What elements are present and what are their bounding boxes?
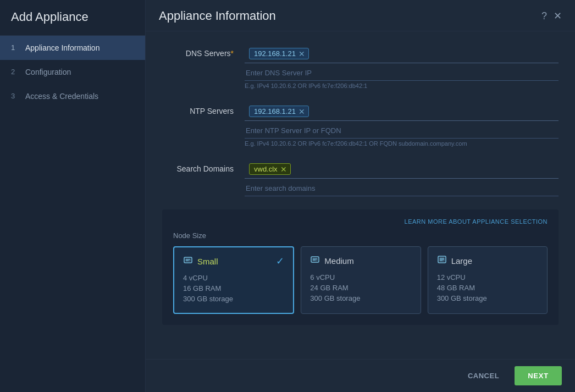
medium-ram: 24 GB RAM bbox=[310, 284, 411, 292]
search-domain-tag: vwd.clx ✕ bbox=[249, 163, 291, 175]
step-2-number: 2 bbox=[11, 68, 20, 76]
ntp-servers-label: NTP Servers bbox=[162, 102, 234, 115]
dns-input[interactable] bbox=[245, 65, 559, 81]
small-check-icon: ✓ bbox=[276, 255, 284, 267]
node-card-large-header: Large bbox=[437, 255, 538, 267]
search-domains-label: Search Domains bbox=[162, 160, 234, 173]
step-3-label: Access & Credentials bbox=[25, 92, 98, 101]
medium-vcpu: 6 vCPU bbox=[310, 273, 411, 281]
dns-tag-value: 192.168.1.21 bbox=[254, 49, 296, 58]
page-title: Appliance Information bbox=[159, 9, 276, 23]
ntp-tag: 192.168.1.21 ✕ bbox=[249, 106, 309, 117]
large-storage: 300 GB storage bbox=[437, 294, 538, 302]
main-header: Appliance Information ? ✕ bbox=[146, 0, 575, 31]
node-card-medium-header: Medium bbox=[310, 255, 411, 267]
medium-node-icon bbox=[310, 255, 320, 267]
search-domain-tag-value: vwd.clx bbox=[254, 165, 278, 173]
large-vcpu: 12 vCPU bbox=[437, 273, 538, 281]
next-button[interactable]: NEXT bbox=[515, 366, 562, 385]
large-node-icon bbox=[437, 255, 447, 267]
node-card-large[interactable]: Large 12 vCPU 48 GB RAM 300 GB storage bbox=[428, 246, 548, 314]
small-ram: 16 GB RAM bbox=[183, 284, 284, 292]
step-1-label: Appliance Information bbox=[25, 43, 99, 52]
step-3-number: 3 bbox=[11, 92, 20, 100]
dns-servers-row: DNS Servers* 192.168.1.21 ✕ E.g. IPv4 10… bbox=[162, 45, 559, 89]
sidebar-item-appliance-information[interactable]: 1 Appliance Information bbox=[0, 36, 145, 60]
header-icons: ? ✕ bbox=[541, 10, 562, 22]
step-1-number: 1 bbox=[11, 43, 20, 52]
help-button[interactable]: ? bbox=[541, 10, 547, 22]
search-domains-field: vwd.clx ✕ bbox=[245, 160, 559, 196]
dns-hint: E.g. IPv4 10.20.6.2 OR IPv6 fc7e:f206:db… bbox=[245, 82, 559, 89]
main-body: DNS Servers* 192.168.1.21 ✕ E.g. IPv4 10… bbox=[146, 31, 575, 359]
ntp-tag-value: 192.168.1.21 bbox=[254, 107, 296, 115]
help-icon: ? bbox=[541, 10, 547, 22]
search-domains-row: Search Domains vwd.clx ✕ bbox=[162, 160, 559, 196]
search-domains-input[interactable] bbox=[245, 181, 559, 196]
svg-rect-1 bbox=[185, 258, 191, 262]
sidebar-item-configuration[interactable]: 2 Configuration bbox=[0, 60, 145, 84]
medium-storage: 300 GB storage bbox=[310, 294, 411, 302]
node-cards: Small ✓ 4 vCPU 16 GB RAM 300 GB storage bbox=[173, 246, 548, 314]
add-appliance-dialog: Add Appliance 1 Appliance Information 2 … bbox=[0, 0, 575, 392]
main-panel: Appliance Information ? ✕ DNS Servers* bbox=[146, 0, 575, 392]
medium-card-name: Medium bbox=[324, 256, 353, 266]
ntp-input[interactable] bbox=[245, 123, 559, 139]
node-size-top: LEARN MORE ABOUT APPLIANCE SELECTION bbox=[173, 218, 548, 225]
ntp-servers-row: NTP Servers 192.168.1.21 ✕ E.g. IPv4 10.… bbox=[162, 102, 559, 147]
node-card-small[interactable]: Small ✓ 4 vCPU 16 GB RAM 300 GB storage bbox=[173, 246, 294, 314]
close-button[interactable]: ✕ bbox=[554, 10, 562, 22]
ntp-tags-container: 192.168.1.21 ✕ bbox=[245, 102, 559, 121]
search-domain-tags-container: vwd.clx ✕ bbox=[245, 160, 559, 179]
cancel-button[interactable]: CANCEL bbox=[459, 367, 508, 384]
footer: CANCEL NEXT bbox=[146, 359, 575, 392]
ntp-hint: E.g. IPv4 10.20.6.2 OR IPv6 fc7e:f206:db… bbox=[245, 140, 559, 147]
node-card-medium[interactable]: Medium 6 vCPU 24 GB RAM 300 GB storage bbox=[301, 246, 421, 314]
dns-servers-label: DNS Servers* bbox=[162, 45, 234, 58]
small-storage: 300 GB storage bbox=[183, 295, 284, 303]
step-2-label: Configuration bbox=[25, 68, 71, 76]
sidebar-item-access-credentials[interactable]: 3 Access & Credentials bbox=[0, 84, 145, 108]
dns-servers-field: 192.168.1.21 ✕ E.g. IPv4 10.20.6.2 OR IP… bbox=[245, 45, 559, 89]
learn-more-link[interactable]: LEARN MORE ABOUT APPLIANCE SELECTION bbox=[405, 218, 548, 225]
dns-tag-remove[interactable]: ✕ bbox=[298, 50, 305, 58]
dns-tag: 192.168.1.21 ✕ bbox=[249, 48, 309, 59]
close-icon: ✕ bbox=[554, 10, 562, 22]
node-card-small-header: Small ✓ bbox=[183, 255, 284, 267]
small-vcpu: 4 vCPU bbox=[183, 274, 284, 282]
sidebar-title: Add Appliance bbox=[0, 0, 145, 36]
large-ram: 48 GB RAM bbox=[437, 284, 538, 292]
search-domain-tag-remove[interactable]: ✕ bbox=[280, 165, 287, 173]
sidebar: Add Appliance 1 Appliance Information 2 … bbox=[0, 0, 146, 392]
svg-rect-5 bbox=[312, 258, 318, 261]
small-node-icon bbox=[183, 255, 193, 267]
large-card-name: Large bbox=[451, 256, 472, 266]
ntp-tag-remove[interactable]: ✕ bbox=[298, 108, 305, 115]
node-size-section: LEARN MORE ABOUT APPLIANCE SELECTION Nod… bbox=[162, 209, 559, 325]
small-card-name: Small bbox=[197, 257, 218, 266]
dns-tags-container: 192.168.1.21 ✕ bbox=[245, 45, 559, 63]
node-size-label: Node Size bbox=[173, 231, 548, 240]
ntp-servers-field: 192.168.1.21 ✕ E.g. IPv4 10.20.6.2 OR IP… bbox=[245, 102, 559, 147]
